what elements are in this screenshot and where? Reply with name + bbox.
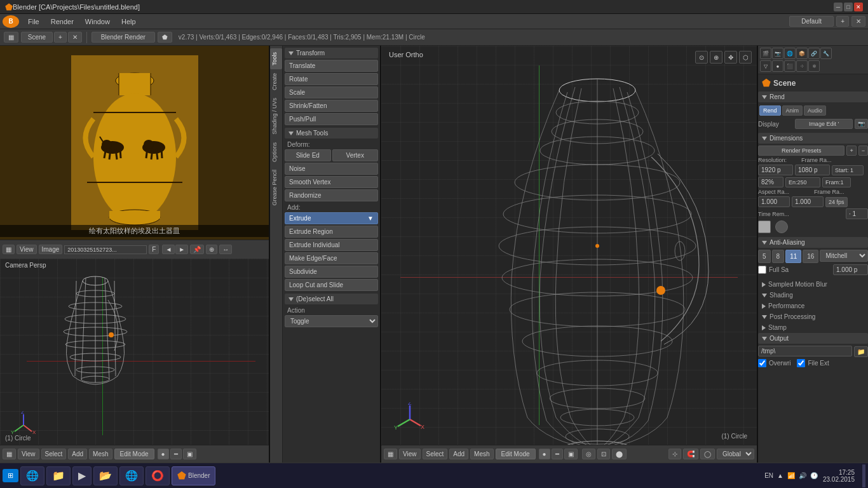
extrude-button[interactable]: Extrude ▼ <box>285 212 378 224</box>
main-vp-view[interactable]: View <box>399 449 421 459</box>
aa-11-button[interactable]: 11 <box>785 250 801 263</box>
render-engine-icon-button[interactable]: ⬟ <box>158 32 172 43</box>
sampled-motion-section[interactable]: Sampled Motion Blur <box>758 279 868 290</box>
aspect-y-field[interactable] <box>792 196 824 207</box>
render-presets-add[interactable]: + <box>846 146 856 156</box>
main-vp-select[interactable]: Select <box>423 449 448 459</box>
tab-create[interactable]: Create <box>270 69 282 94</box>
rpanel-icon-modifiers[interactable]: 🔧 <box>820 48 832 59</box>
overwrite-checkbox[interactable] <box>758 359 766 367</box>
smooth-vertex-button[interactable]: Smooth Vertex <box>285 176 378 188</box>
taskbar-blender[interactable]: ⬟ Blender <box>172 466 215 485</box>
taskbar-files[interactable]: 📂 <box>93 466 118 485</box>
render-header[interactable]: Rend <box>758 92 868 102</box>
image-view-button[interactable]: View <box>17 245 37 254</box>
aa-8-button[interactable]: 8 <box>772 250 785 263</box>
main-vp-viewport-shading-solid[interactable]: ◎ <box>582 449 595 459</box>
small-vp-vertex-mode[interactable]: ● <box>158 449 169 459</box>
fps-button[interactable]: 24 fps <box>825 197 848 207</box>
randomize-button[interactable]: Randomize <box>285 189 378 201</box>
image-pin-button[interactable]: 📌 <box>190 245 204 254</box>
subdivide-button[interactable]: Subdivide <box>285 266 378 278</box>
transform-header[interactable]: Transform <box>285 48 378 58</box>
small-vp-add[interactable]: Add <box>68 449 87 459</box>
image-mode-button[interactable]: F <box>149 245 159 254</box>
image-editor-type-button[interactable]: ▦ <box>3 245 15 254</box>
menu-render[interactable]: Render <box>46 17 79 27</box>
aa-header[interactable]: Anti-Aliasing <box>758 237 868 248</box>
taskbar-ie[interactable]: 🌐 <box>20 466 44 485</box>
small-vp-view[interactable]: View <box>18 449 39 459</box>
res-x-field[interactable] <box>758 165 793 175</box>
res-y-field[interactable] <box>795 165 830 175</box>
color-picker-button[interactable] <box>775 220 788 233</box>
workspace-selector[interactable]: Default <box>789 16 834 27</box>
scale-field[interactable] <box>758 177 783 187</box>
end-frame-field[interactable] <box>785 177 820 187</box>
start-frame-field[interactable] <box>832 165 864 175</box>
nav-zoom-button[interactable]: ⊕ <box>710 51 722 64</box>
mesh-tools-header[interactable]: Mesh Tools <box>285 128 378 139</box>
full-sample-checkbox[interactable] <box>758 266 766 274</box>
vertex-button[interactable]: Vertex <box>332 149 379 161</box>
minimize-button[interactable]: ─ <box>834 3 843 11</box>
aa-5-button[interactable]: 5 <box>758 250 771 263</box>
main-viewport-canvas[interactable]: User Ortho (1) Circle ⊙ ⊕ ✥ ⬡ X Y <box>381 46 757 445</box>
taskbar-explorer[interactable]: 📁 <box>46 466 71 485</box>
rpanel-icon-world[interactable]: 🌐 <box>784 48 796 59</box>
make-edge-face-button[interactable]: Make Edge/Face <box>285 252 378 264</box>
slide-ed-button[interactable]: Slide Ed <box>285 149 331 161</box>
taskbar-media[interactable]: ▶ <box>72 466 92 485</box>
add-scene-button[interactable]: + <box>54 32 67 43</box>
post-processing-section[interactable]: Post Processing <box>758 311 868 322</box>
main-vp-proportional[interactable]: ◯ <box>700 449 715 459</box>
extrude-region-button[interactable]: Extrude Region <box>285 226 378 238</box>
output-path-field[interactable] <box>758 346 852 356</box>
small-vp-edge-mode[interactable]: ━ <box>170 449 182 459</box>
file-ext-checkbox[interactable] <box>797 359 805 367</box>
nav-pan-button[interactable]: ✥ <box>724 51 737 64</box>
render-presets-remove[interactable]: − <box>858 146 868 156</box>
small-vp-face-mode[interactable]: ▣ <box>183 449 196 459</box>
current-frame-field[interactable] <box>822 177 851 187</box>
main-vp-pivot-button[interactable]: ⊹ <box>668 449 681 459</box>
performance-section[interactable]: Performance <box>758 301 868 311</box>
rpanel-icon-physics[interactable]: ⚛ <box>808 60 820 72</box>
render-presets-button[interactable]: Render Presets <box>758 146 844 156</box>
scene-selector[interactable]: Scene <box>21 32 53 43</box>
image-nav-next-button[interactable]: ► <box>175 245 188 254</box>
main-vp-mode-selector[interactable]: Edit Mode <box>496 449 536 459</box>
rotate-button[interactable]: Rotate <box>285 73 378 85</box>
translate-button[interactable]: Translate <box>285 60 378 72</box>
scale-button[interactable]: Scale <box>285 86 378 98</box>
tab-shading-uvs[interactable]: Shading / UVs <box>270 94 282 139</box>
main-vp-transform-orientation[interactable]: Global <box>717 449 754 459</box>
color-swatch[interactable] <box>758 220 771 233</box>
menu-window[interactable]: Window <box>80 17 115 27</box>
nav-persp-button[interactable]: ⬡ <box>739 51 752 64</box>
menu-help[interactable]: Help <box>116 17 141 27</box>
rpanel-icon-material[interactable]: ● <box>772 60 783 72</box>
shading-section[interactable]: Shading <box>758 290 868 301</box>
action-select[interactable]: Toggle <box>285 315 378 327</box>
main-vp-snap-button[interactable]: 🧲 <box>683 449 698 459</box>
rpanel-icon-constraints[interactable]: 🔗 <box>808 48 820 59</box>
tab-options[interactable]: Options <box>270 139 282 166</box>
deselect-header[interactable]: (De)select All <box>285 294 378 304</box>
small-vp-mode-selector[interactable]: Edit Mode <box>114 449 154 459</box>
small-vp-select[interactable]: Select <box>41 449 67 459</box>
extrude-individual-button[interactable]: Extrude Individual <box>285 239 378 251</box>
image-resize-button[interactable]: ↔ <box>219 245 232 254</box>
small-viewport-canvas[interactable]: Camera Persp (1) Circle X Y Z <box>0 259 269 445</box>
taskbar-opera[interactable]: ⭕ <box>146 466 170 485</box>
rpanel-icon-texture[interactable]: ⬛ <box>784 60 796 72</box>
close-button[interactable]: ✕ <box>854 3 863 11</box>
aa-filter-select[interactable]: Mitchell <box>820 250 868 262</box>
render-tab-rend[interactable]: Rend <box>759 105 781 116</box>
small-vp-mesh[interactable]: Mesh <box>89 449 112 459</box>
start-button[interactable]: ⊞ <box>3 469 18 482</box>
image-edit-extra-button[interactable]: 📷 <box>855 119 868 129</box>
output-header[interactable]: Output <box>758 333 868 344</box>
aspect-x-field[interactable] <box>758 196 790 207</box>
noise-button[interactable]: Noise <box>285 163 378 175</box>
